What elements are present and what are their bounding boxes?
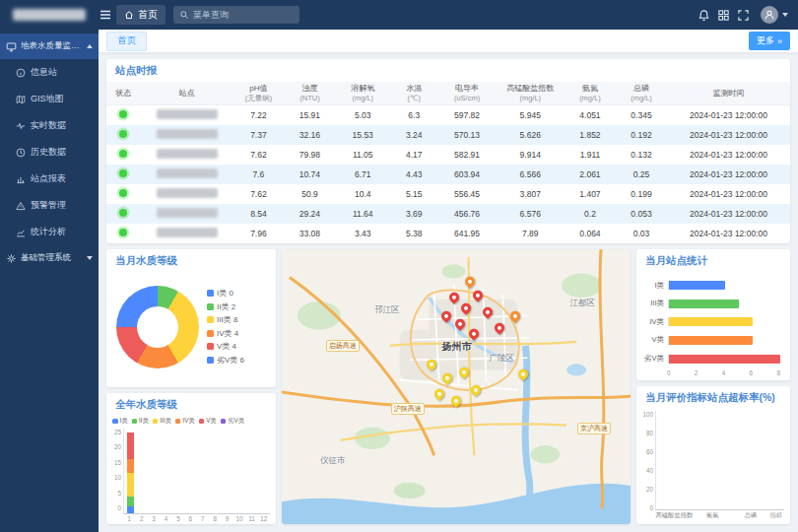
column-header: 监测时间: [667, 82, 790, 105]
station-name-cell: [141, 224, 233, 243]
legend-item[interactable]: I类 0: [207, 288, 244, 299]
status-cell: [106, 224, 141, 243]
map-pin[interactable]: [473, 291, 483, 300]
map-pin[interactable]: [451, 395, 461, 405]
legend-item[interactable]: IV类 4: [207, 328, 244, 339]
sidebar-group[interactable]: 地表水质量监测系统: [0, 33, 99, 59]
legend-item[interactable]: II类: [132, 417, 149, 426]
search-input[interactable]: [193, 10, 292, 20]
grid-icon: [717, 9, 730, 22]
tab-home[interactable]: 首页: [106, 32, 147, 51]
value-cell: 15.91: [284, 105, 335, 126]
map-pin[interactable]: [495, 323, 504, 333]
sidebar-item-实时数据[interactable]: 实时数据: [0, 112, 99, 139]
sidebar-item-统计分析[interactable]: 统计分析: [0, 219, 99, 245]
value-cell: 6.566: [497, 165, 565, 184]
map-pin[interactable]: [461, 302, 471, 312]
chevron-down-icon[interactable]: [782, 13, 788, 17]
table-row[interactable]: 7.6250.910.45.15556.453.8071.4070.199202…: [106, 184, 790, 204]
year-grade-panel: 全年水质等级 I类II类III类IV类V类劣V类 2520151050 1234…: [106, 393, 276, 524]
map-pin[interactable]: [465, 277, 475, 287]
legend-item[interactable]: V类 4: [207, 341, 244, 352]
grid-button[interactable]: [713, 5, 733, 25]
station-name-redacted: [157, 208, 218, 218]
map-label-广陵区: 广陵区: [490, 353, 515, 365]
sidebar-group[interactable]: 基础管理系统: [0, 245, 99, 271]
map-panel[interactable]: 扬州市邗江区广陵区江都区仪征市沪陕高速启扬高速京沪高速: [282, 249, 631, 524]
map-pin[interactable]: [455, 319, 465, 329]
map-pin[interactable]: [469, 329, 479, 339]
value-cell: 582.91: [438, 145, 497, 165]
station-name-cell: [141, 145, 233, 165]
more-button[interactable]: 更多 »: [749, 32, 790, 50]
legend-item[interactable]: II类 2: [207, 301, 244, 312]
station-report-table: 状态站点pH值(无量纲)浊度(NTU)溶解氧(mg/L)水温(℃)电导率(uS/…: [106, 82, 790, 243]
map-pin[interactable]: [442, 373, 452, 383]
fullscreen-button[interactable]: [733, 5, 753, 25]
bar-column: [233, 429, 245, 513]
value-cell: 6.71: [335, 165, 390, 184]
sidebar-group-label: 基础管理系统: [21, 252, 83, 264]
sidebar-item-信息站[interactable]: 信息站: [0, 59, 99, 86]
x-tick: 0: [667, 369, 671, 376]
chevron-up-icon: [87, 44, 93, 48]
sidebar-item-预警管理[interactable]: 预警管理: [0, 192, 99, 219]
user-avatar[interactable]: [761, 6, 778, 24]
value-cell: 0.064: [565, 224, 616, 243]
map-pin[interactable]: [427, 360, 436, 369]
value-cell: 2024-01-23 12:00:00: [667, 145, 790, 165]
value-cell: 6.3: [390, 105, 438, 126]
status-ok-dot: [119, 130, 127, 138]
value-cell: 0.199: [616, 184, 667, 204]
legend-item[interactable]: 劣V类 6: [207, 355, 244, 366]
search-box[interactable]: [173, 6, 299, 24]
legend-item[interactable]: 劣V类: [221, 417, 244, 426]
hamburger-menu-icon[interactable]: [99, 8, 112, 22]
value-cell: 4.43: [390, 165, 438, 184]
station-name-redacted: [157, 149, 218, 159]
map-pin[interactable]: [471, 385, 481, 395]
map-pin[interactable]: [449, 293, 459, 302]
map-icon: [16, 95, 26, 104]
bell-button[interactable]: [694, 5, 713, 25]
sidebar-item-label: GIS地图: [31, 93, 64, 105]
value-cell: 29.24: [284, 204, 335, 224]
y-tick: 0: [117, 504, 121, 511]
legend-item[interactable]: V类: [199, 417, 217, 426]
legend-item[interactable]: III类: [153, 417, 171, 426]
year-grade-chart: 2520151050 123456789101112: [106, 426, 276, 524]
sidebar-item-站点报表[interactable]: 站点报表: [0, 166, 99, 192]
panel-title: 当月评价指标站点超标率(%): [636, 386, 790, 409]
station-name-cell: [141, 105, 233, 126]
map-pin[interactable]: [441, 311, 451, 321]
month-grade-donut-chart: [116, 286, 199, 368]
table-row[interactable]: 8.5429.2411.643.69456.766.5760.20.053202…: [106, 204, 790, 224]
table-row[interactable]: 7.9633.083.435.38641.957.890.0640.032024…: [106, 224, 790, 243]
sidebar-item-GIS地图[interactable]: GIS地图: [0, 86, 99, 112]
map-pin[interactable]: [510, 311, 520, 321]
legend-item[interactable]: III类 8: [207, 314, 244, 325]
x-tick: 6: [750, 369, 754, 376]
bar-column: [209, 429, 221, 513]
column-header: 状态: [106, 82, 141, 105]
x-tick: 5: [172, 514, 184, 522]
map-pin[interactable]: [518, 369, 528, 379]
sidebar-item-历史数据[interactable]: 历史数据: [0, 139, 99, 166]
map-pin[interactable]: [434, 389, 444, 399]
table-row[interactable]: 7.2215.915.036.3597.825.9454.0510.345202…: [106, 105, 790, 126]
legend-item[interactable]: IV类: [175, 417, 195, 426]
table-row[interactable]: 7.610.746.714.43603.946.5662.0610.252024…: [106, 165, 790, 184]
value-cell: 10.74: [284, 165, 335, 184]
exceed-rate-chart: 100806040200 高锰酸盐指数氨氮总磷指标: [636, 409, 790, 524]
table-row[interactable]: 7.6279.9811.054.17582.919.9141.9110.1322…: [106, 145, 790, 165]
legend-item[interactable]: I类: [112, 417, 128, 426]
donut-legend: I类 0II类 2III类 8IV类 4V类 4劣V类 6: [207, 288, 244, 366]
map-pin[interactable]: [483, 307, 493, 317]
table-row[interactable]: 7.3732.1615.533.24570.135.6261.8520.1922…: [106, 125, 790, 145]
y-tick: 20: [114, 443, 121, 450]
category-label: 氨氮: [694, 511, 732, 520]
breadcrumb[interactable]: 首页: [116, 5, 166, 25]
map-pin[interactable]: [459, 367, 469, 377]
value-cell: 0.03: [616, 224, 667, 243]
value-cell: 3.69: [390, 204, 438, 224]
